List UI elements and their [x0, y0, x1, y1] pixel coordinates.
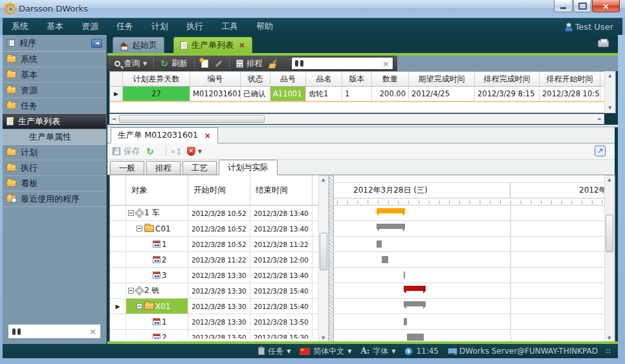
tree-row[interactable]: 12012/3/28 13:302012/3/28 13:50: [110, 314, 318, 330]
menu-item-6[interactable]: 工具: [221, 21, 238, 32]
splitter-handle[interactable]: [329, 175, 334, 354]
tree-row[interactable]: C012012/3/28 10:522012/3/28 13:40: [110, 221, 318, 237]
menu-item-3[interactable]: 任务: [116, 21, 133, 32]
schedule-button[interactable]: 排程: [236, 58, 263, 69]
tree-row[interactable]: 1 车2012/3/28 10:522012/3/28 13:40: [110, 206, 318, 221]
column-header[interactable]: 品号: [270, 72, 306, 86]
sidebar-search-input[interactable]: [21, 327, 89, 336]
sidebar-item-8[interactable]: 看板: [3, 176, 106, 191]
user-indicator[interactable]: Test User: [564, 22, 613, 32]
save-button[interactable]: 保存: [113, 146, 140, 157]
subtab-3[interactable]: 计划与实际: [219, 160, 278, 175]
new-button[interactable]: [201, 59, 208, 68]
status-font-menu[interactable]: A: 字体 ▼: [361, 346, 396, 357]
sidebar-item-5[interactable]: 生产单属性: [3, 129, 106, 145]
column-header[interactable]: 状态: [241, 72, 270, 86]
sidebar-search-clear-icon[interactable]: ×: [89, 327, 96, 336]
toolbar-search-clear-icon[interactable]: ×: [382, 59, 389, 69]
gantt-bar[interactable]: [377, 208, 405, 213]
tree-row[interactable]: 22012/3/28 13:502012/3/28 15:30: [110, 330, 318, 339]
detail-tab-order[interactable]: 生产单 M012031601 ×: [111, 127, 218, 144]
column-header[interactable]: 对象: [126, 175, 188, 205]
clean-button[interactable]: [269, 59, 278, 68]
tab-order-list[interactable]: 生产单列表 ×: [173, 37, 252, 53]
column-header[interactable]: 版本: [342, 72, 372, 86]
sidebar-item-0[interactable]: 系统: [3, 52, 106, 67]
subtab-1[interactable]: 排程: [146, 161, 181, 175]
sidebar-item-3[interactable]: 任务: [3, 98, 106, 114]
sidebar-item-2[interactable]: 资源: [3, 83, 106, 98]
tree-object-cell[interactable]: 2 铣: [126, 283, 188, 298]
collapse-toggle-icon[interactable]: [137, 303, 142, 309]
validate-button[interactable]: × ▼: [187, 147, 202, 156]
menu-item-5[interactable]: 执行: [186, 21, 203, 32]
gantt-bar[interactable]: [404, 301, 426, 306]
tree-object-cell[interactable]: 1 车: [126, 206, 188, 220]
orders-grid-hscrollbar[interactable]: ◄►: [109, 114, 604, 124]
gantt-bar[interactable]: [404, 272, 406, 279]
menu-item-1[interactable]: 基本: [47, 21, 63, 32]
detail-refresh-button[interactable]: ↻: [146, 147, 154, 155]
menu-item-4[interactable]: 计划: [151, 21, 168, 32]
column-header[interactable]: 期望完成时间: [409, 72, 475, 86]
gantt-bar[interactable]: [382, 256, 388, 263]
printer-icon[interactable]: [598, 40, 609, 47]
sidebar-item-6[interactable]: 计划: [3, 145, 106, 160]
column-header[interactable]: 开始时间: [188, 175, 250, 205]
menu-item-2[interactable]: 资源: [82, 21, 98, 32]
tree-object-cell[interactable]: 2: [126, 330, 188, 339]
sidebar-item-9[interactable]: 最近使用的程序: [3, 191, 106, 207]
tree-object-cell[interactable]: C01: [126, 221, 188, 236]
column-header[interactable]: 结束时间: [250, 175, 312, 205]
close-button[interactable]: ×: [592, 0, 620, 12]
tree-row[interactable]: ▶X012012/3/28 13:302012/3/28 15:40: [110, 299, 318, 314]
sidebar-collapse-button[interactable]: ◄: [91, 39, 102, 48]
relation-button[interactable]: [171, 148, 181, 155]
collapse-toggle-icon[interactable]: [128, 210, 134, 216]
gantt-vscrollbar[interactable]: ▲▼: [604, 175, 615, 343]
gantt-bar[interactable]: [404, 286, 426, 291]
column-header[interactable]: 品名: [306, 72, 342, 86]
tree-row[interactable]: 2 铣2012/3/28 13:302012/3/28 15:40: [110, 283, 318, 299]
status-language-menu[interactable]: 简体中文 ▼: [300, 346, 351, 357]
minimize-button[interactable]: [554, 0, 573, 12]
column-header[interactable]: 数量: [372, 72, 409, 86]
tree-object-cell[interactable]: 3: [126, 268, 188, 283]
gantt-bar[interactable]: [377, 224, 405, 229]
tree-row[interactable]: 12012/3/28 10:522012/3/28 11:22: [110, 237, 318, 252]
tree-object-cell[interactable]: 1: [126, 237, 188, 252]
column-header[interactable]: 排程开始时间: [540, 72, 600, 86]
refresh-button[interactable]: ↻ 刷新: [160, 58, 188, 69]
gantt-bar[interactable]: [404, 318, 407, 325]
column-header[interactable]: 计划差异天数: [123, 72, 190, 86]
tab-close-icon[interactable]: ×: [239, 41, 245, 50]
maximize-button[interactable]: [573, 0, 591, 12]
tree-object-cell[interactable]: X01: [126, 299, 188, 314]
sidebar-item-4[interactable]: 生产单列表: [3, 114, 106, 129]
tab-start-page[interactable]: 起始页: [113, 37, 164, 53]
gantt-bar[interactable]: [407, 334, 424, 341]
gantt-bar[interactable]: [377, 241, 382, 248]
status-task-menu[interactable]: 任务 ▼: [258, 346, 291, 357]
collapse-toggle-icon[interactable]: [137, 226, 142, 231]
tree-row[interactable]: 32012/3/28 13:302012/3/28 13:40: [110, 268, 318, 283]
menu-item-0[interactable]: 系统: [12, 21, 28, 32]
edit-button[interactable]: [215, 63, 223, 65]
popout-icon[interactable]: ↗: [595, 145, 606, 156]
resize-grip[interactable]: [606, 348, 611, 354]
tree-object-cell[interactable]: 1: [126, 314, 188, 329]
orders-grid-vscrollbar[interactable]: ▲▼: [604, 71, 615, 113]
toolbar-search-input[interactable]: [303, 59, 382, 68]
sidebar-item-7[interactable]: 执行: [3, 160, 106, 176]
plan-tree-vscrollbar[interactable]: ▲▼: [318, 175, 329, 343]
menu-item-7[interactable]: 帮助: [256, 21, 273, 32]
tree-row[interactable]: 22012/3/28 11:222012/3/28 12:00: [110, 252, 318, 268]
column-header[interactable]: 编号: [190, 72, 241, 86]
query-button[interactable]: 查询 ▼: [115, 58, 147, 69]
subtab-0[interactable]: 一般: [110, 161, 144, 175]
table-row[interactable]: ▶27M012031601已确认A11001齿轮11200.002012/4/2…: [110, 87, 615, 102]
tree-object-cell[interactable]: 2: [126, 252, 188, 267]
column-header[interactable]: 排程完成时间: [475, 72, 540, 86]
sidebar-item-1[interactable]: 基本: [3, 67, 106, 83]
subtab-2[interactable]: 工艺: [182, 161, 217, 175]
